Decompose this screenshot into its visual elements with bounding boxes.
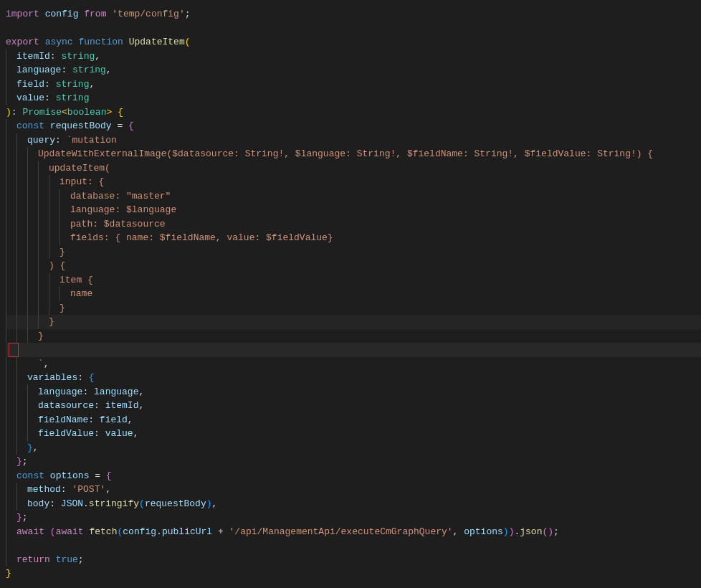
code-editor[interactable]: import config from 'temp/config'; export… bbox=[0, 7, 701, 581]
property: body bbox=[27, 497, 49, 511]
string: 'temp/config' bbox=[112, 7, 184, 22]
code-line-active[interactable] bbox=[6, 343, 701, 357]
bracket: { bbox=[128, 119, 134, 133]
code-line[interactable] bbox=[6, 22, 701, 36]
string: } bbox=[59, 301, 65, 316]
code-line[interactable]: method: 'POST', bbox=[6, 483, 701, 497]
code-line[interactable]: ) { bbox=[6, 259, 701, 273]
code-line[interactable]: language: $language bbox=[6, 203, 701, 217]
code-line[interactable]: fieldValue: value, bbox=[6, 427, 701, 441]
code-line[interactable]: name bbox=[6, 287, 701, 301]
identifier: language bbox=[94, 385, 138, 399]
property: language bbox=[38, 385, 82, 399]
code-line[interactable]: variables: { bbox=[6, 371, 701, 385]
identifier: requestBody bbox=[145, 497, 206, 511]
string: UpdateWithExternalImage($datasource: Str… bbox=[38, 147, 653, 161]
bracket: } bbox=[6, 566, 11, 581]
string: ) { bbox=[49, 259, 65, 273]
code-line[interactable]: } bbox=[6, 566, 701, 581]
string: updateItem( bbox=[49, 161, 110, 176]
punct: ; bbox=[185, 7, 191, 22]
identifier: itemId bbox=[105, 399, 139, 413]
type: boolean bbox=[67, 105, 107, 120]
property: query bbox=[27, 133, 55, 148]
property: fieldName bbox=[38, 413, 88, 427]
identifier: value bbox=[105, 427, 133, 441]
code-line[interactable]: language: language, bbox=[6, 385, 701, 399]
code-line[interactable]: } bbox=[6, 315, 701, 329]
code-line[interactable]: value: string bbox=[6, 91, 701, 105]
string: name bbox=[70, 287, 92, 301]
method: json bbox=[520, 525, 542, 539]
code-line[interactable]: field: string, bbox=[6, 77, 701, 92]
keyword: async bbox=[45, 35, 73, 49]
code-line[interactable]: } bbox=[6, 245, 701, 260]
code-line[interactable]: item { bbox=[6, 273, 701, 288]
keyword: await bbox=[16, 525, 44, 539]
keyword: const bbox=[16, 469, 44, 483]
code-line[interactable]: const requestBody = { bbox=[6, 119, 701, 133]
literal: true bbox=[56, 553, 78, 567]
error-marker bbox=[9, 343, 19, 357]
code-line[interactable]: fields: { name: $fieldName, value: $fiel… bbox=[6, 231, 701, 245]
code-line[interactable] bbox=[6, 539, 701, 553]
code-line[interactable]: import config from 'temp/config'; bbox=[6, 7, 701, 22]
code-line[interactable]: }, bbox=[6, 441, 701, 455]
bracket: { bbox=[112, 105, 123, 120]
code-line[interactable]: input: { bbox=[6, 175, 701, 189]
bracket: ( bbox=[50, 525, 56, 539]
code-line[interactable]: UpdateWithExternalImage($datasource: Str… bbox=[6, 147, 701, 161]
method: stringify bbox=[89, 497, 139, 511]
keyword: await bbox=[56, 525, 84, 539]
param: language bbox=[16, 63, 61, 77]
code-line[interactable]: } bbox=[6, 301, 701, 316]
function: fetch bbox=[89, 525, 117, 539]
code-line[interactable]: path: $datasource bbox=[6, 217, 701, 232]
identifier: JSON bbox=[61, 497, 83, 511]
code-line[interactable]: await (await fetch(config.publicUrl + '/… bbox=[6, 525, 701, 539]
string: item { bbox=[59, 273, 93, 288]
identifier: field bbox=[100, 413, 128, 427]
string: } bbox=[49, 315, 54, 329]
code-line[interactable]: updateItem( bbox=[6, 161, 701, 176]
bracket: ) bbox=[509, 525, 515, 539]
code-line[interactable]: query: `mutation bbox=[6, 133, 701, 148]
function-name: UpdateItem bbox=[129, 35, 185, 49]
bracket: } bbox=[16, 455, 22, 469]
code-line[interactable]: body: JSON.stringify(requestBody), bbox=[6, 497, 701, 511]
bracket: ( bbox=[542, 525, 548, 539]
code-line[interactable]: fieldName: field, bbox=[6, 413, 701, 427]
bracket: { bbox=[89, 371, 95, 385]
keyword: const bbox=[16, 119, 44, 133]
code-line[interactable]: itemId: string, bbox=[6, 49, 701, 64]
string: } bbox=[59, 245, 65, 260]
code-line[interactable]: datasource: itemId, bbox=[6, 399, 701, 413]
code-line[interactable]: ): Promise<boolean> { bbox=[6, 105, 701, 120]
type: string bbox=[56, 77, 90, 92]
code-line[interactable]: language: string, bbox=[6, 63, 701, 77]
code-line[interactable]: } bbox=[6, 329, 701, 343]
code-line[interactable]: database: "master" bbox=[6, 189, 701, 204]
code-line[interactable]: export async function UpdateItem( bbox=[6, 35, 701, 49]
code-line[interactable]: return true; bbox=[6, 553, 701, 567]
string: database: "master" bbox=[70, 189, 171, 204]
property: method bbox=[27, 483, 61, 497]
type: string bbox=[72, 63, 106, 77]
keyword: return bbox=[16, 553, 50, 567]
identifier: options bbox=[464, 525, 503, 539]
identifier: config bbox=[123, 525, 156, 539]
identifier: config bbox=[45, 7, 79, 22]
code-line[interactable]: }; bbox=[6, 511, 701, 525]
code-line[interactable]: `, bbox=[6, 357, 701, 371]
string: '/api/ManagementApi/executeCmGraphQuery' bbox=[229, 525, 453, 539]
bracket: ) bbox=[206, 497, 212, 511]
keyword: function bbox=[78, 35, 123, 49]
type: string bbox=[56, 91, 90, 105]
code-line[interactable]: const options = { bbox=[6, 469, 701, 483]
bracket: ) bbox=[6, 105, 11, 120]
param: field bbox=[16, 77, 44, 92]
string: fields: { name: $fieldName, value: $fiel… bbox=[70, 231, 333, 245]
string: ` bbox=[38, 357, 44, 371]
bracket: ) bbox=[548, 525, 553, 539]
code-line[interactable]: }; bbox=[6, 455, 701, 469]
